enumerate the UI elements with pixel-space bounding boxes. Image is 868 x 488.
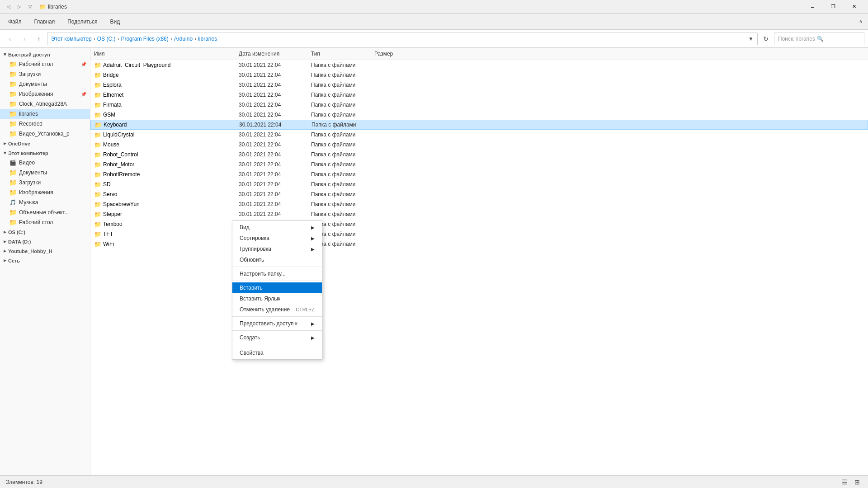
file-type-cell: Папка с файлами bbox=[307, 171, 371, 178]
breadcrumb[interactable]: Этот компьютер › OS (C:) › Program Files… bbox=[47, 33, 758, 45]
sidebar-item-documents[interactable]: 📁 Документы bbox=[0, 79, 90, 89]
sidebar-section-youtube[interactable]: ▸ Youtube_Hobby_H bbox=[0, 246, 90, 256]
context-menu-item[interactable]: Вставить Ярлык bbox=[232, 293, 322, 304]
sidebar-section-datad[interactable]: ▸ DATA (D:) bbox=[0, 237, 90, 246]
table-row[interactable]: 📁TFT30.01.2021 22:04Папка с файлами bbox=[90, 229, 868, 239]
table-row[interactable]: 📁Servo30.01.2021 22:04Папка с файлами bbox=[90, 189, 868, 199]
context-menu-item[interactable]: Настроить папку... bbox=[232, 268, 322, 279]
ribbon-tab-home[interactable]: Главная bbox=[28, 14, 61, 30]
file-type-cell: Папка с файлами bbox=[307, 161, 371, 168]
ribbon-tab-file[interactable]: Файл bbox=[2, 14, 28, 30]
status-bar: Элементов: 19 ☰ ⊞ bbox=[0, 475, 868, 488]
close-button[interactable]: ✕ bbox=[844, 0, 864, 14]
table-row[interactable]: 📁SD30.01.2021 22:04Папка с файлами bbox=[90, 179, 868, 189]
title-nav-prev[interactable]: ◁ bbox=[4, 2, 14, 12]
refresh-button[interactable]: ↻ bbox=[760, 33, 772, 45]
table-row[interactable]: 📁SpacebrewYun30.01.2021 22:04Папка с фай… bbox=[90, 199, 868, 209]
file-name-text: SD bbox=[103, 181, 111, 188]
col-header-name[interactable]: Имя bbox=[90, 50, 235, 58]
sidebar-item-images2[interactable]: 📁 Изображения bbox=[0, 188, 90, 197]
sidebar-item-desktop[interactable]: 📁 Рабочий стол 📌 bbox=[0, 59, 90, 69]
file-name-cell: 📁Robot_Motor bbox=[90, 161, 235, 168]
table-row[interactable]: 📁Robot_Motor30.01.2021 22:04Папка с файл… bbox=[90, 160, 868, 169]
folder-icon: 📁 bbox=[94, 171, 101, 178]
table-row[interactable]: 📁Mouse30.01.2021 22:04Папка с файлами bbox=[90, 140, 868, 150]
sidebar-item-docs2[interactable]: 📁 Документы bbox=[0, 168, 90, 178]
details-view-button[interactable]: ⊞ bbox=[852, 477, 863, 488]
up-button[interactable]: ↑ bbox=[33, 33, 45, 45]
table-row[interactable]: 📁Robot_Control30.01.2021 22:04Папка с фа… bbox=[90, 150, 868, 160]
file-date-cell: 30.01.2021 22:04 bbox=[235, 102, 307, 108]
file-date-cell: 30.01.2021 22:04 bbox=[235, 62, 307, 68]
table-row[interactable]: 📁WiFi30.01.2021 22:04Папка с файлами bbox=[90, 239, 868, 249]
sidebar-section-osc[interactable]: ▸ OS (C:) bbox=[0, 227, 90, 237]
sidebar-item-clock[interactable]: 📁 Clock_Atmega328A bbox=[0, 99, 90, 109]
context-menu-item[interactable]: Группировка▶ bbox=[232, 244, 322, 254]
context-menu-separator bbox=[232, 316, 322, 317]
table-row[interactable]: 📁Bridge30.01.2021 22:04Папка с файлами bbox=[90, 70, 868, 80]
ribbon-tab-view[interactable]: Вид bbox=[104, 14, 126, 30]
breadcrumb-dropdown[interactable]: ▼ bbox=[748, 36, 754, 42]
context-menu-item[interactable]: Создать▶ bbox=[232, 332, 322, 343]
sidebar-item-downloads2[interactable]: 📁 Загрузки bbox=[0, 178, 90, 188]
table-row[interactable]: 📁Firmata30.01.2021 22:04Папка с файлами bbox=[90, 100, 868, 110]
col-header-date[interactable]: Дата изменения bbox=[235, 50, 307, 58]
file-date-cell: 30.01.2021 22:04 bbox=[235, 92, 307, 98]
sidebar-section-network[interactable]: ▸ Сеть bbox=[0, 256, 90, 265]
context-menu-item[interactable]: Предоставить доступ к▶ bbox=[232, 318, 322, 329]
content-area: Имя Дата изменения Тип Размер 📁Adafruit_… bbox=[90, 48, 868, 475]
osc-label: OS (C:) bbox=[8, 230, 25, 235]
title-nav-down[interactable]: ▽ bbox=[25, 2, 35, 12]
sidebar-item-video-install[interactable]: 📁 Видео_Установка_р bbox=[0, 129, 90, 139]
sidebar-item-3d[interactable]: 📁 Объемные объект... bbox=[0, 207, 90, 217]
table-row[interactable]: 📁Keyboard30.01.2021 22:04Папка с файлами bbox=[90, 120, 868, 130]
context-menu-item[interactable]: Вставить bbox=[232, 282, 322, 293]
search-bar[interactable]: Поиск: libraries 🔍 bbox=[774, 33, 864, 45]
title-nav-next[interactable]: ▷ bbox=[14, 2, 24, 12]
table-row[interactable]: 📁Ethernet30.01.2021 22:04Папка с файлами bbox=[90, 90, 868, 100]
table-row[interactable]: 📁Adafruit_Circuit_Playground30.01.2021 2… bbox=[90, 60, 868, 70]
breadcrumb-osc[interactable]: OS (C:) bbox=[97, 36, 116, 42]
table-row[interactable]: 📁Esplora30.01.2021 22:04Папка с файлами bbox=[90, 80, 868, 90]
network-label: Сеть bbox=[8, 258, 20, 263]
sidebar-section-thispc[interactable]: ▾ Этот компьютер bbox=[0, 148, 90, 158]
sidebar-item-video[interactable]: 🎬 Видео bbox=[0, 158, 90, 168]
sidebar-item-libraries[interactable]: 📁 libraries bbox=[0, 109, 90, 119]
ribbon-expander[interactable]: ∧ bbox=[855, 19, 866, 24]
context-menu-item[interactable]: Обновить bbox=[232, 254, 322, 265]
file-name-text: Mouse bbox=[103, 141, 119, 148]
file-name-text: Ethernet bbox=[103, 92, 123, 98]
restore-button[interactable]: ❐ bbox=[823, 0, 844, 14]
youtube-label: Youtube_Hobby_H bbox=[8, 249, 52, 254]
sidebar-item-images[interactable]: 📁 Изображения 📌 bbox=[0, 89, 90, 99]
sidebar-item-recorded[interactable]: 📁 Recorded bbox=[0, 119, 90, 129]
sidebar-section-onedrive[interactable]: ▸ OneDrive bbox=[0, 139, 90, 148]
sidebar-item-music[interactable]: 🎵 Музыка bbox=[0, 197, 90, 207]
breadcrumb-arduino[interactable]: Arduino bbox=[174, 36, 193, 42]
sidebar-item-downloads[interactable]: 📁 Загрузки bbox=[0, 69, 90, 79]
table-row[interactable]: 📁Stepper30.01.2021 22:04Папка с файлами bbox=[90, 209, 868, 219]
back-button[interactable]: ‹ bbox=[4, 33, 16, 45]
sidebar-item-desktop2[interactable]: 📁 Рабочий стол bbox=[0, 217, 90, 227]
sidebar-section-quickaccess[interactable]: ▾ Быстрый доступ bbox=[0, 50, 90, 59]
breadcrumb-libraries[interactable]: libraries bbox=[198, 36, 217, 42]
context-menu-item[interactable]: Отменить удалениеCTRL+Z bbox=[232, 304, 322, 315]
breadcrumb-programfiles[interactable]: Program Files (x86) bbox=[121, 36, 168, 42]
minimize-button[interactable]: – bbox=[802, 0, 823, 14]
context-menu-item[interactable] bbox=[232, 343, 322, 347]
col-header-type[interactable]: Тип bbox=[307, 50, 371, 58]
ribbon-tab-share[interactable]: Поделиться bbox=[61, 14, 104, 30]
table-row[interactable]: 📁GSM30.01.2021 22:04Папка с файлами bbox=[90, 110, 868, 120]
folder-icon: 📁 bbox=[9, 219, 16, 226]
table-row[interactable]: 📁RobotIRremote30.01.2021 22:04Папка с фа… bbox=[90, 169, 868, 179]
table-row[interactable]: 📁Temboo30.01.2021 22:04Папка с файлами bbox=[90, 219, 868, 229]
main-layout: ▾ Быстрый доступ 📁 Рабочий стол 📌 📁 Загр… bbox=[0, 48, 868, 475]
table-row[interactable]: 📁LiquidCrystal30.01.2021 22:04Папка с фа… bbox=[90, 130, 868, 140]
context-menu-item[interactable]: Свойства bbox=[232, 347, 322, 358]
list-view-button[interactable]: ☰ bbox=[839, 477, 850, 488]
context-menu-item[interactable]: Сортировка▶ bbox=[232, 233, 322, 244]
breadcrumb-computer[interactable]: Этот компьютер bbox=[51, 36, 92, 42]
context-menu-item[interactable]: Вид▶ bbox=[232, 222, 322, 233]
forward-button[interactable]: › bbox=[18, 33, 31, 45]
col-header-size[interactable]: Размер bbox=[371, 50, 416, 58]
